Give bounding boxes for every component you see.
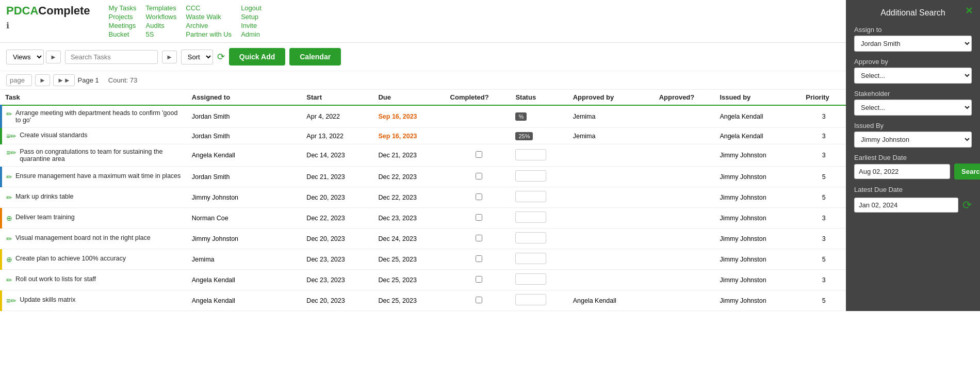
close-icon[interactable]: ✕ xyxy=(965,5,973,17)
start-cell: Dec 23, 2023 xyxy=(302,270,374,290)
completed-checkbox[interactable] xyxy=(476,276,482,283)
task-text: Roll out work to lists for staff xyxy=(15,275,96,283)
quick-add-button[interactable]: Quick Add xyxy=(229,48,286,66)
nav-logout[interactable]: Logout xyxy=(241,4,262,12)
nav-waste-walk[interactable]: Waste Walk xyxy=(186,13,232,21)
views-arrow-btn[interactable]: ► xyxy=(46,51,61,63)
task-name-cell: ✏ Visual management board not in the rig… xyxy=(1,229,188,249)
nav-partner-with-us[interactable]: Partner with Us xyxy=(186,30,232,38)
page-input[interactable] xyxy=(6,74,32,86)
nav-projects[interactable]: Projects xyxy=(109,13,137,21)
completed-checkbox[interactable] xyxy=(476,297,482,303)
nav-col-4: Logout Setup Invite Admin xyxy=(241,4,262,38)
task-text: Update skills matrix xyxy=(20,296,75,303)
completed-checkbox[interactable] xyxy=(476,235,482,241)
approved-cell xyxy=(655,249,716,270)
completed-cell[interactable] xyxy=(446,128,512,144)
page-last-btn[interactable]: ►► xyxy=(53,74,75,86)
nav-archive[interactable]: Archive xyxy=(186,22,232,29)
nav-ccc[interactable]: CCC xyxy=(186,4,232,12)
completed-cell[interactable] xyxy=(446,105,512,128)
edit-icon[interactable]: ⊕ xyxy=(6,214,12,222)
nav-columns: My Tasks Projects Meetings Bucket Templa… xyxy=(109,4,262,38)
nav-admin[interactable]: Admin xyxy=(241,30,262,38)
issued-by-cell: Jimmy Johnston xyxy=(715,187,802,208)
table-row: ✏ Arrange meeting with department heads … xyxy=(1,105,846,128)
edit-icon[interactable]: ✏ xyxy=(6,193,12,202)
edit-icon[interactable]: ⊕ xyxy=(6,255,12,264)
edit-icon[interactable]: ✏ xyxy=(6,276,12,284)
refresh-btn[interactable]: ⟳ xyxy=(217,51,225,62)
earliest-due-input[interactable] xyxy=(854,164,950,179)
task-name-cell: ✏ Arrange meeting with department heads … xyxy=(1,105,188,128)
nav-bucket[interactable]: Bucket xyxy=(109,30,137,38)
nav-col-3: CCC Waste Walk Archive Partner with Us xyxy=(186,4,232,38)
approve-by-select[interactable]: Select... xyxy=(854,68,972,84)
earliest-due-label: Earliest Due Date xyxy=(854,154,972,161)
completed-cell[interactable] xyxy=(446,249,512,270)
table-row: ✏ Ensure management have a maximum wait … xyxy=(1,167,846,187)
logo-complete: Complete xyxy=(38,4,90,17)
nav-setup[interactable]: Setup xyxy=(241,13,262,21)
edit-icon[interactable]: ✏ xyxy=(6,173,12,181)
search-arrow-btn[interactable]: ► xyxy=(162,51,177,63)
table-row: ⊕ Create plan to achieve 100% accuracy J… xyxy=(1,249,846,270)
edit-icon[interactable]: ≡✏ xyxy=(6,132,17,140)
sort-select[interactable]: Sort xyxy=(181,50,213,64)
th-start: Start xyxy=(302,90,374,105)
completed-cell[interactable] xyxy=(446,229,512,249)
edit-icon[interactable]: ≡✏ xyxy=(6,149,17,157)
latest-due-input[interactable] xyxy=(854,198,958,213)
task-text: Create plan to achieve 100% accuracy xyxy=(15,255,126,262)
toolbar: Views ► ► Sort ⟳ Quick Add Calendar xyxy=(0,43,846,71)
page-next-btn[interactable]: ► xyxy=(35,74,50,86)
completed-cell[interactable] xyxy=(446,187,512,208)
completed-cell[interactable] xyxy=(446,167,512,187)
completed-cell[interactable] xyxy=(446,290,512,311)
table-row: ⊕ Deliver team training Norman CoeDec 22… xyxy=(1,208,846,229)
nav-workflows[interactable]: Workflows xyxy=(146,13,177,21)
edit-icon[interactable]: ≡✏ xyxy=(6,297,17,305)
nav-templates[interactable]: Templates xyxy=(146,4,177,12)
edit-icon[interactable]: ✏ xyxy=(6,110,12,118)
nav-5s[interactable]: 5S xyxy=(146,30,177,38)
stakeholder-select[interactable]: Select... xyxy=(854,100,972,116)
completed-checkbox[interactable] xyxy=(476,151,482,158)
stakeholder-label: Stakeholder xyxy=(854,90,972,97)
panel-title: Additional Search xyxy=(854,8,972,18)
completed-checkbox[interactable] xyxy=(476,193,482,200)
search-button[interactable]: Search xyxy=(954,164,980,180)
completed-checkbox[interactable] xyxy=(476,255,482,262)
table-row: ✏ Mark up drinks table Jimmy JohnstonDec… xyxy=(1,187,846,208)
views-select[interactable]: Views xyxy=(6,50,44,64)
table-row: ✏ Visual management board not in the rig… xyxy=(1,229,846,249)
calendar-button[interactable]: Calendar xyxy=(289,48,341,66)
assigned-cell: Jordan Smith xyxy=(188,105,303,128)
issued-by-cell: Jimmy Johnston xyxy=(715,270,802,290)
latest-due-label: Latest Due Date xyxy=(854,186,972,193)
completed-checkbox[interactable] xyxy=(476,173,482,180)
search-input[interactable] xyxy=(65,50,158,64)
approved-cell xyxy=(655,229,716,249)
start-cell: Dec 20, 2023 xyxy=(302,229,374,249)
nav-meetings[interactable]: Meetings xyxy=(109,22,137,29)
completed-cell[interactable] xyxy=(446,208,512,229)
start-cell: Dec 14, 2023 xyxy=(302,144,374,167)
approved-by-cell xyxy=(569,167,655,187)
table-row: ≡✏ Update skills matrix Angela KendallDe… xyxy=(1,290,846,311)
info-icon[interactable]: ℹ xyxy=(6,21,100,30)
issued-by-select[interactable]: Jimmy Johnston xyxy=(854,132,972,148)
nav-my-tasks[interactable]: My Tasks xyxy=(109,4,137,12)
priority-cell: 5 xyxy=(802,187,846,208)
assign-to-select[interactable]: Jordan Smith xyxy=(854,36,972,52)
completed-cell[interactable] xyxy=(446,270,512,290)
nav-col-2: Templates Workflows Audits 5S xyxy=(146,4,177,38)
completed-checkbox[interactable] xyxy=(476,214,482,221)
logo: PDCAComplete xyxy=(6,4,90,18)
completed-cell[interactable] xyxy=(446,144,512,167)
edit-icon[interactable]: ✏ xyxy=(6,235,12,243)
start-cell: Apr 13, 2022 xyxy=(302,128,374,144)
nav-audits[interactable]: Audits xyxy=(146,22,177,29)
nav-invite[interactable]: Invite xyxy=(241,22,262,29)
approved-by-cell: Jemima xyxy=(569,105,655,128)
